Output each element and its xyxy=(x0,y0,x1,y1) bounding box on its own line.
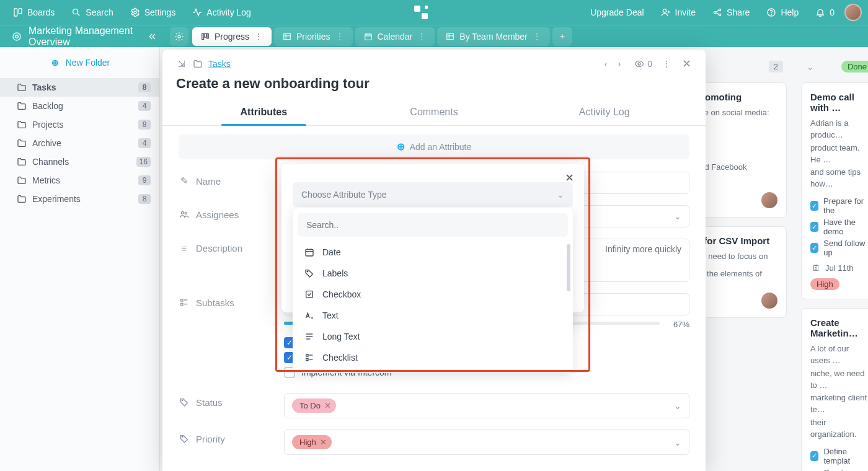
activity-button[interactable]: Activity Log xyxy=(185,4,257,21)
sidebar-folder[interactable]: Archive4 xyxy=(0,134,159,152)
svg-rect-28 xyxy=(447,33,454,39)
add-attribute-button[interactable]: ⊕ Add an Attribute xyxy=(179,134,689,159)
folder-label: Archive xyxy=(32,138,61,148)
folder-label: Projects xyxy=(32,120,64,130)
option-label: Long Text xyxy=(322,332,360,341)
attribute-type-search[interactable] xyxy=(298,213,568,237)
tab-label: Priorities xyxy=(296,32,330,42)
task-title[interactable]: Create a new onboarding tour xyxy=(162,73,706,99)
search-button[interactable]: Search xyxy=(64,4,119,21)
upgrade-button[interactable]: Upgrade Deal xyxy=(584,4,650,20)
settings-label: Settings xyxy=(144,7,176,17)
tab-menu-icon[interactable]: ⋮ xyxy=(531,31,542,42)
tab-add[interactable]: ＋ xyxy=(552,27,572,46)
attribute-type-option[interactable]: Long Text xyxy=(298,326,568,347)
view-count: 0 xyxy=(634,58,652,69)
priority-select[interactable]: High✕⌄ xyxy=(284,429,689,455)
attribute-type-option[interactable]: Text xyxy=(298,305,568,326)
invite-button[interactable]: Invite xyxy=(654,4,702,21)
tab-progress[interactable]: Progress ⋮ xyxy=(192,27,272,46)
breadcrumb-link[interactable]: Tasks xyxy=(208,59,231,69)
attribute-type-option[interactable]: Date xyxy=(298,242,568,263)
boards-button[interactable]: Boards xyxy=(6,4,61,21)
share-label: Share xyxy=(727,7,750,17)
attribute-type-dropdown: DateLabelsCheckboxTextLong TextChecklist xyxy=(293,208,573,373)
settings-button[interactable]: Settings xyxy=(123,4,182,21)
sidebar: ⊕ New Folder Tasks8Backlog4Projects8Arch… xyxy=(0,47,160,471)
tab-menu-icon[interactable]: ⋮ xyxy=(416,31,427,42)
board-icon xyxy=(200,31,211,42)
close-icon[interactable]: ✕ xyxy=(681,58,692,69)
card[interactable]: Create Marketin… A lot of our users … ni… xyxy=(801,308,868,471)
card[interactable]: Demo call with … Adrian is a produc… pro… xyxy=(801,82,868,299)
priority-tag[interactable]: High✕ xyxy=(292,435,332,449)
card-check: ✓Define templat xyxy=(810,447,867,465)
chevron-down-icon: ⌄ xyxy=(674,438,681,447)
attribute-type-search-input[interactable] xyxy=(305,219,560,231)
workspace-title[interactable]: Marketing Management Overview xyxy=(29,25,141,48)
option-label: Checklist xyxy=(322,353,358,363)
card-desc: A lot of our users … xyxy=(810,343,867,367)
sidebar-folder[interactable]: Tasks8 xyxy=(0,78,159,97)
sidebar-folder[interactable]: Projects8 xyxy=(0,115,159,134)
svg-rect-50 xyxy=(306,354,308,356)
notifications-button[interactable]: 0 xyxy=(808,4,841,21)
new-folder-button[interactable]: ⊕ New Folder xyxy=(5,52,154,73)
sidebar-folder[interactable]: Experiments8 xyxy=(0,190,159,208)
sidebar-folder[interactable]: Channels16 xyxy=(0,152,159,171)
topbar: Boards Search Settings Activity Log Upgr… xyxy=(0,0,868,25)
folder-icon xyxy=(16,119,27,130)
tab-menu-icon[interactable]: ⋮ xyxy=(253,31,264,42)
tab-priorities[interactable]: Priorities ⋮ xyxy=(274,27,352,46)
svg-point-33 xyxy=(185,212,187,214)
attribute-type-select[interactable]: Choose Attribute Type ⌄ xyxy=(293,182,573,207)
modal-tab-activity[interactable]: Activity Log xyxy=(519,99,689,125)
svg-rect-18 xyxy=(202,33,204,39)
scrollbar[interactable] xyxy=(567,244,570,362)
attr-label-status: Status xyxy=(179,393,284,408)
attribute-type-option[interactable]: Checkbox xyxy=(298,284,568,305)
eye-icon xyxy=(634,58,645,69)
card-check: ✓Prepare for the xyxy=(810,196,867,215)
tab-settings-icon[interactable] xyxy=(170,27,188,46)
prev-icon[interactable]: ‹ xyxy=(600,58,611,69)
help-button[interactable]: Help xyxy=(760,4,805,21)
modal-tab-comments[interactable]: Comments xyxy=(349,99,520,125)
assignee-avatar xyxy=(761,293,777,309)
user-avatar[interactable] xyxy=(844,4,862,21)
sidebar-folder[interactable]: Backlog4 xyxy=(0,97,159,115)
attribute-type-option[interactable]: Checklist xyxy=(298,347,568,368)
scrollbar-thumb[interactable] xyxy=(567,244,570,291)
more-icon[interactable]: ⋮ xyxy=(661,58,672,69)
collapse-sidebar-icon[interactable] xyxy=(148,31,157,42)
invite-icon xyxy=(660,7,671,18)
modal-tab-attributes[interactable]: Attributes xyxy=(179,99,349,125)
target-icon xyxy=(11,31,22,42)
sidebar-folder[interactable]: Metrics9 xyxy=(0,171,159,190)
folder-icon xyxy=(192,58,203,69)
option-label: Checkbox xyxy=(322,289,361,299)
share-button[interactable]: Share xyxy=(706,4,756,21)
tab-team[interactable]: By Team Member ⋮ xyxy=(437,27,549,46)
calendar-icon xyxy=(363,31,374,42)
folder-icon xyxy=(16,193,27,205)
folder-label: Tasks xyxy=(32,82,56,92)
status-tag[interactable]: To Do✕ xyxy=(292,398,336,413)
svg-rect-36 xyxy=(181,303,183,305)
svg-point-44 xyxy=(307,271,308,272)
status-select[interactable]: To Do✕⌄ xyxy=(284,393,689,418)
activity-icon xyxy=(192,7,203,18)
card-title: Create Marketin… xyxy=(810,317,867,338)
tab-menu-icon[interactable]: ⋮ xyxy=(334,31,345,42)
search-icon xyxy=(71,7,82,18)
remove-icon[interactable]: ✕ xyxy=(320,438,327,447)
remove-icon[interactable]: ✕ xyxy=(324,401,331,410)
chevron-down-icon[interactable]: ⌄ xyxy=(805,61,816,73)
svg-rect-1 xyxy=(19,9,22,14)
card-desc: niche, we need to … xyxy=(810,368,867,392)
tab-calendar[interactable]: Calendar ⋮ xyxy=(355,27,435,46)
collapse-icon[interactable]: ⇲ xyxy=(176,58,187,69)
popover-close-button[interactable]: ✕ xyxy=(565,171,574,185)
attribute-type-option[interactable]: Labels xyxy=(298,263,568,284)
next-icon[interactable]: › xyxy=(614,58,625,69)
